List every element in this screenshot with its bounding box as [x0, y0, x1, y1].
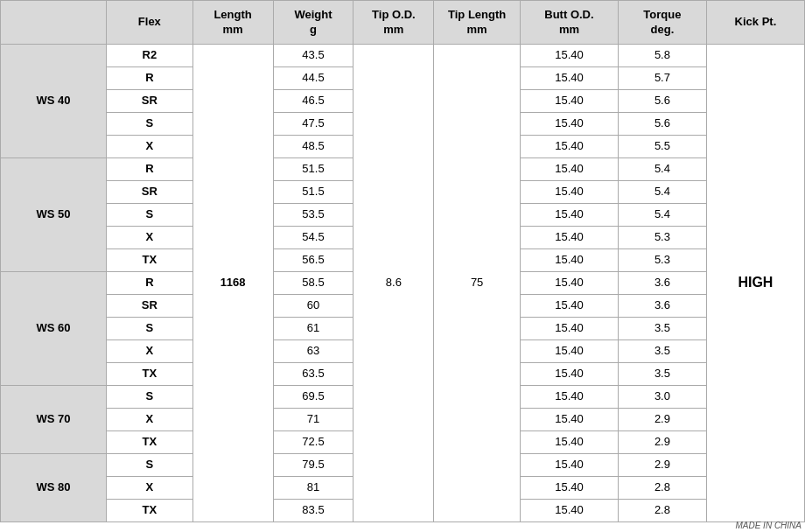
- buttod-cell: 15.40: [520, 340, 618, 363]
- weight-cell: 60: [273, 295, 354, 318]
- weight-cell: 79.5: [273, 454, 354, 477]
- specs-table: Flex Lengthmm Weightg Tip O.D.mm Tip Len…: [0, 0, 805, 522]
- flex-cell: R: [107, 272, 193, 295]
- flex-cell: SR: [107, 181, 193, 204]
- flex-cell: S: [107, 204, 193, 227]
- torque-cell: 5.5: [618, 136, 706, 158]
- weight-cell: 43.5: [273, 45, 354, 67]
- flex-cell: SR: [107, 295, 193, 318]
- weight-cell: 81: [273, 477, 354, 500]
- header-tipod: Tip O.D.mm: [354, 1, 434, 45]
- buttod-cell: 15.40: [520, 158, 618, 181]
- weight-cell: 71: [273, 409, 354, 431]
- flex-cell: TX: [107, 363, 193, 386]
- weight-cell: 51.5: [273, 181, 354, 204]
- buttod-cell: 15.40: [520, 249, 618, 272]
- weight-cell: 48.5: [273, 136, 354, 158]
- header-weight: Weightg: [273, 1, 354, 45]
- group-label: WS 60: [1, 272, 107, 386]
- torque-cell: 2.8: [618, 477, 706, 500]
- flex-cell: TX: [107, 249, 193, 272]
- weight-cell: 53.5: [273, 204, 354, 227]
- torque-cell: 3.6: [618, 272, 706, 295]
- flex-cell: X: [107, 409, 193, 431]
- flex-cell: R: [107, 67, 193, 90]
- flex-cell: SR: [107, 90, 193, 113]
- buttod-cell: 15.40: [520, 113, 618, 136]
- kick-cell: HIGH: [706, 45, 804, 522]
- weight-cell: 58.5: [273, 272, 354, 295]
- torque-cell: 3.0: [618, 386, 706, 409]
- length-cell: 1168: [192, 45, 273, 522]
- buttod-cell: 15.40: [520, 363, 618, 386]
- flex-cell: R2: [107, 45, 193, 67]
- buttod-cell: 15.40: [520, 272, 618, 295]
- group-label: WS 50: [1, 158, 107, 272]
- flex-cell: TX: [107, 500, 193, 522]
- buttod-cell: 15.40: [520, 386, 618, 409]
- torque-cell: 5.8: [618, 45, 706, 67]
- group-label: WS 40: [1, 45, 107, 158]
- torque-cell: 5.3: [618, 227, 706, 249]
- group-label: WS 70: [1, 386, 107, 454]
- torque-cell: 2.9: [618, 409, 706, 431]
- weight-cell: 83.5: [273, 500, 354, 522]
- group-label: WS 80: [1, 454, 107, 522]
- weight-cell: 46.5: [273, 90, 354, 113]
- weight-cell: 44.5: [273, 67, 354, 90]
- weight-cell: 61: [273, 318, 354, 340]
- weight-cell: 51.5: [273, 158, 354, 181]
- buttod-cell: 15.40: [520, 181, 618, 204]
- tipod-cell: 8.6: [354, 45, 434, 522]
- made-in-china-label: MADE IN CHINA: [735, 521, 802, 530]
- flex-cell: TX: [107, 431, 193, 454]
- torque-cell: 2.9: [618, 454, 706, 477]
- weight-cell: 56.5: [273, 249, 354, 272]
- tiplen-cell: 75: [434, 45, 521, 522]
- weight-cell: 63.5: [273, 363, 354, 386]
- torque-cell: 3.5: [618, 363, 706, 386]
- buttod-cell: 15.40: [520, 454, 618, 477]
- flex-cell: S: [107, 386, 193, 409]
- torque-cell: 5.4: [618, 158, 706, 181]
- buttod-cell: 15.40: [520, 318, 618, 340]
- buttod-cell: 15.40: [520, 500, 618, 522]
- flex-cell: R: [107, 158, 193, 181]
- buttod-cell: 15.40: [520, 136, 618, 158]
- table-row: WS 40R2116843.58.67515.405.8HIGH: [1, 45, 805, 67]
- buttod-cell: 15.40: [520, 477, 618, 500]
- torque-cell: 3.5: [618, 318, 706, 340]
- header-row: Flex Lengthmm Weightg Tip O.D.mm Tip Len…: [1, 1, 805, 45]
- torque-cell: 2.9: [618, 431, 706, 454]
- flex-cell: S: [107, 318, 193, 340]
- torque-cell: 3.5: [618, 340, 706, 363]
- buttod-cell: 15.40: [520, 431, 618, 454]
- flex-cell: X: [107, 340, 193, 363]
- torque-cell: 5.4: [618, 181, 706, 204]
- flex-cell: X: [107, 477, 193, 500]
- header-group: [1, 1, 107, 45]
- header-buttod: Butt O.D.mm: [520, 1, 618, 45]
- weight-cell: 72.5: [273, 431, 354, 454]
- buttod-cell: 15.40: [520, 295, 618, 318]
- header-length: Lengthmm: [192, 1, 273, 45]
- torque-cell: 2.8: [618, 500, 706, 522]
- buttod-cell: 15.40: [520, 45, 618, 67]
- weight-cell: 69.5: [273, 386, 354, 409]
- buttod-cell: 15.40: [520, 67, 618, 90]
- weight-cell: 63: [273, 340, 354, 363]
- buttod-cell: 15.40: [520, 227, 618, 249]
- flex-cell: S: [107, 454, 193, 477]
- flex-cell: S: [107, 113, 193, 136]
- header-flex: Flex: [107, 1, 193, 45]
- header-torque: Torquedeg.: [618, 1, 706, 45]
- header-tiplen: Tip Lengthmm: [434, 1, 521, 45]
- torque-cell: 5.6: [618, 90, 706, 113]
- flex-cell: X: [107, 227, 193, 249]
- torque-cell: 5.3: [618, 249, 706, 272]
- torque-cell: 5.7: [618, 67, 706, 90]
- torque-cell: 5.6: [618, 113, 706, 136]
- buttod-cell: 15.40: [520, 204, 618, 227]
- torque-cell: 5.4: [618, 204, 706, 227]
- header-kick: Kick Pt.: [706, 1, 804, 45]
